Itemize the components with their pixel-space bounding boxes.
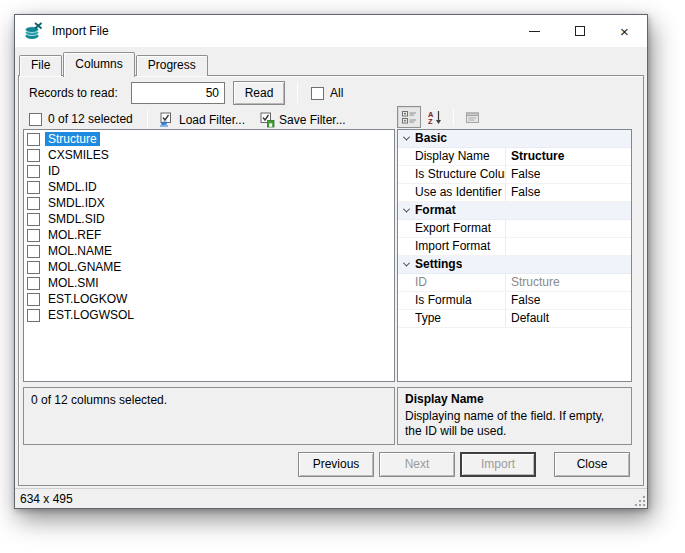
list-item[interactable]: SMDL.IDX (24, 195, 394, 211)
column-label: SMDL.SID (45, 212, 108, 226)
app-icon (24, 22, 44, 40)
column-checkbox[interactable] (27, 229, 40, 242)
collapse-chevron-icon[interactable] (398, 256, 415, 273)
column-label: MOL.GNAME (45, 260, 124, 274)
alphabetical-sort-button[interactable]: A Z (423, 106, 447, 128)
tab-columns[interactable]: Columns (63, 52, 134, 77)
list-item[interactable]: SMDL.SID (24, 211, 394, 227)
row-margin (398, 220, 415, 237)
chevron-down-icon (403, 260, 410, 267)
toolbar-separator (297, 82, 298, 103)
window-close-button[interactable]: × (602, 15, 647, 47)
select-all-checkbox-group[interactable]: 0 of 12 selected (29, 112, 133, 126)
column-label: SMDL.ID (45, 180, 100, 194)
column-checkbox[interactable] (27, 133, 40, 146)
next-button: Next (379, 452, 455, 477)
column-checkbox[interactable] (27, 245, 40, 258)
property-value[interactable]: Structure (505, 274, 631, 291)
property-value[interactable] (505, 220, 631, 237)
property-category[interactable]: Basic (398, 130, 631, 148)
categorized-view-icon (402, 110, 417, 125)
property-row[interactable]: Use as IdentifierFalse (398, 184, 631, 202)
records-to-read-label: Records to read: (29, 80, 118, 106)
list-item[interactable]: MOL.GNAME (24, 259, 394, 275)
property-row[interactable]: Export Format (398, 220, 631, 238)
property-row[interactable]: Is Structure ColumnFalse (398, 166, 631, 184)
alphabetical-sort-icon: A Z (428, 110, 443, 125)
list-item[interactable]: EST.LOGWSOL (24, 307, 394, 323)
filter-row: 0 of 12 selected Load Filter... (23, 109, 639, 131)
save-filter-label: Save Filter... (279, 113, 346, 127)
list-item[interactable]: MOL.NAME (24, 243, 394, 259)
property-value[interactable]: Structure (505, 148, 631, 165)
columns-tab-page: Records to read: Read All 0 of 12 select… (18, 75, 644, 486)
title-bar: Import File × (15, 15, 647, 47)
list-item[interactable]: MOL.REF (24, 227, 394, 243)
window-minimize-button[interactable] (512, 15, 557, 47)
property-row[interactable]: Import Format (398, 238, 631, 256)
list-item[interactable]: EST.LOGKOW (24, 291, 394, 307)
column-checkbox[interactable] (27, 309, 40, 322)
property-category[interactable]: Format (398, 202, 631, 220)
collapse-chevron-icon[interactable] (398, 130, 415, 147)
row-margin (398, 166, 415, 183)
list-item[interactable]: CXSMILES (24, 147, 394, 163)
load-filter-button[interactable]: Load Filter... (159, 109, 245, 131)
property-row[interactable]: Is FormulaFalse (398, 292, 631, 310)
list-item[interactable]: MOL.SMI (24, 275, 394, 291)
row-margin (398, 148, 415, 165)
property-value[interactable]: False (505, 166, 631, 183)
selection-count-label: 0 of 12 selected (48, 112, 133, 126)
window-maximize-button[interactable] (557, 15, 602, 47)
import-file-dialog: Import File × FileColumnsProgress Record… (14, 14, 648, 509)
column-checkbox[interactable] (27, 197, 40, 210)
property-name: Import Format (415, 238, 505, 255)
property-category[interactable]: Settings (398, 256, 631, 274)
column-label: EST.LOGKOW (45, 292, 130, 306)
column-checkbox[interactable] (27, 213, 40, 226)
tab-file[interactable]: File (19, 55, 62, 76)
save-filter-button[interactable]: Save Filter... (259, 109, 346, 131)
close-button[interactable]: Close (554, 452, 630, 477)
tab-progress[interactable]: Progress (136, 55, 208, 76)
column-checkbox[interactable] (27, 277, 40, 290)
read-button[interactable]: Read (233, 81, 285, 105)
list-item[interactable]: Structure (24, 131, 394, 147)
column-checkbox[interactable] (27, 181, 40, 194)
property-pages-button[interactable] (460, 106, 484, 128)
records-to-read-input[interactable] (131, 82, 225, 104)
selection-info-panel: 0 of 12 columns selected. (23, 387, 395, 445)
property-value[interactable]: False (505, 292, 631, 309)
select-all-checkbox[interactable] (29, 113, 42, 126)
property-row[interactable]: Display NameStructure (398, 148, 631, 166)
list-item[interactable]: SMDL.ID (24, 179, 394, 195)
property-grid[interactable]: BasicDisplay NameStructureIs Structure C… (397, 129, 632, 382)
tab-strip: FileColumnsProgress (19, 51, 209, 76)
all-checkbox-group[interactable]: All (311, 86, 343, 100)
all-checkbox[interactable] (311, 87, 324, 100)
column-checkbox[interactable] (27, 165, 40, 178)
property-name: Type (415, 310, 505, 327)
collapse-chevron-icon[interactable] (398, 202, 415, 219)
column-label: MOL.SMI (45, 276, 102, 290)
property-value[interactable] (505, 238, 631, 255)
property-value[interactable]: False (505, 184, 631, 201)
property-row[interactable]: TypeDefault (398, 310, 631, 328)
column-checkbox[interactable] (27, 293, 40, 306)
column-label: ID (45, 164, 63, 178)
property-row[interactable]: IDStructure (398, 274, 631, 292)
chevron-down-icon (403, 134, 410, 141)
columns-list[interactable]: StructureCXSMILESIDSMDL.IDSMDL.IDXSMDL.S… (23, 129, 395, 382)
column-checkbox[interactable] (27, 261, 40, 274)
previous-button[interactable]: Previous (298, 452, 374, 477)
column-label: EST.LOGWSOL (45, 308, 137, 322)
chevron-down-icon (403, 206, 410, 213)
row-margin (398, 292, 415, 309)
column-checkbox[interactable] (27, 149, 40, 162)
resize-grip-icon[interactable] (633, 494, 645, 506)
property-name: Export Format (415, 220, 505, 237)
categorized-view-button[interactable] (397, 106, 421, 128)
property-value[interactable]: Default (505, 310, 631, 327)
list-item[interactable]: ID (24, 163, 394, 179)
property-name: Is Formula (415, 292, 505, 309)
